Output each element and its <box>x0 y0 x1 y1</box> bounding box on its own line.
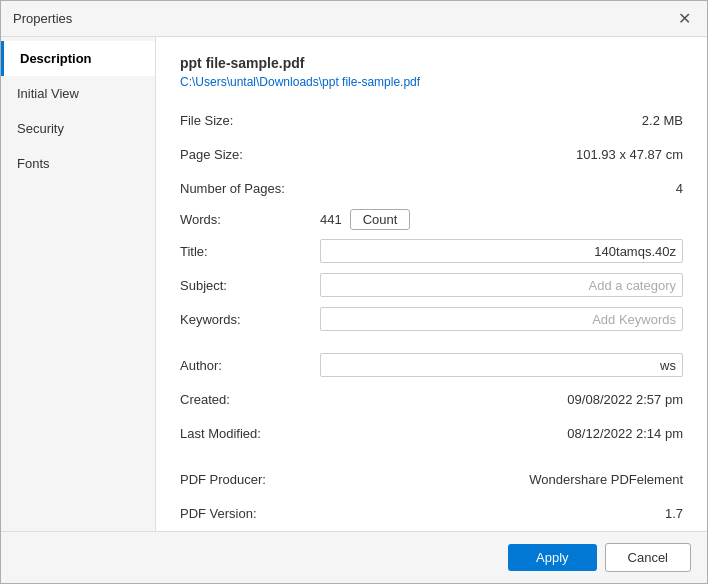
words-row: Words: 441 Count <box>180 209 683 230</box>
page-size-value: 101.93 x 47.87 cm <box>320 147 683 162</box>
pdf-version-value: 1.7 <box>320 506 683 521</box>
sidebar: Description Initial View Security Fonts <box>1 37 156 531</box>
sidebar-item-fonts[interactable]: Fonts <box>1 146 155 181</box>
created-value: 09/08/2022 2:57 pm <box>320 392 683 407</box>
pdf-producer-label: PDF Producer: <box>180 472 320 487</box>
pdf-producer-value: Wondershare PDFelement <box>320 472 683 487</box>
sidebar-item-description[interactable]: Description <box>1 41 155 76</box>
subject-input[interactable] <box>320 273 683 297</box>
apply-button[interactable]: Apply <box>508 544 597 571</box>
created-row: Created: 09/08/2022 2:57 pm <box>180 386 683 412</box>
title-bar: Properties ✕ <box>1 1 707 37</box>
keywords-row: Keywords: <box>180 306 683 332</box>
sidebar-item-initial-view[interactable]: Initial View <box>1 76 155 111</box>
pdf-version-label: PDF Version: <box>180 506 320 521</box>
pdf-version-row: PDF Version: 1.7 <box>180 500 683 526</box>
words-label: Words: <box>180 212 320 227</box>
num-pages-label: Number of Pages: <box>180 181 320 196</box>
keywords-input[interactable] <box>320 307 683 331</box>
author-row: Author: <box>180 352 683 378</box>
page-size-row: Page Size: 101.93 x 47.87 cm <box>180 141 683 167</box>
last-modified-row: Last Modified: 08/12/2022 2:14 pm <box>180 420 683 446</box>
dialog-body: Description Initial View Security Fonts … <box>1 37 707 531</box>
content-area: ppt file-sample.pdf C:\Users\untal\Downl… <box>156 37 707 531</box>
pdf-producer-row: PDF Producer: Wondershare PDFelement <box>180 466 683 492</box>
file-name: ppt file-sample.pdf <box>180 55 683 71</box>
title-label: Title: <box>180 244 320 259</box>
keywords-label: Keywords: <box>180 312 320 327</box>
words-value: 441 <box>320 212 342 227</box>
title-row: Title: <box>180 238 683 264</box>
num-pages-row: Number of Pages: 4 <box>180 175 683 201</box>
last-modified-label: Last Modified: <box>180 426 320 441</box>
subject-row: Subject: <box>180 272 683 298</box>
last-modified-value: 08/12/2022 2:14 pm <box>320 426 683 441</box>
file-size-label: File Size: <box>180 113 320 128</box>
file-size-row: File Size: 2.2 MB <box>180 107 683 133</box>
cancel-button[interactable]: Cancel <box>605 543 691 572</box>
title-input[interactable] <box>320 239 683 263</box>
properties-dialog: Properties ✕ Description Initial View Se… <box>0 0 708 584</box>
num-pages-value: 4 <box>320 181 683 196</box>
page-size-label: Page Size: <box>180 147 320 162</box>
author-input[interactable] <box>320 353 683 377</box>
dialog-title: Properties <box>13 11 72 26</box>
count-button[interactable]: Count <box>350 209 411 230</box>
file-path[interactable]: C:\Users\untal\Downloads\ppt file-sample… <box>180 75 683 89</box>
dialog-footer: Apply Cancel <box>1 531 707 583</box>
file-size-value: 2.2 MB <box>320 113 683 128</box>
sidebar-item-security[interactable]: Security <box>1 111 155 146</box>
close-button[interactable]: ✕ <box>674 9 695 29</box>
author-label: Author: <box>180 358 320 373</box>
subject-label: Subject: <box>180 278 320 293</box>
created-label: Created: <box>180 392 320 407</box>
